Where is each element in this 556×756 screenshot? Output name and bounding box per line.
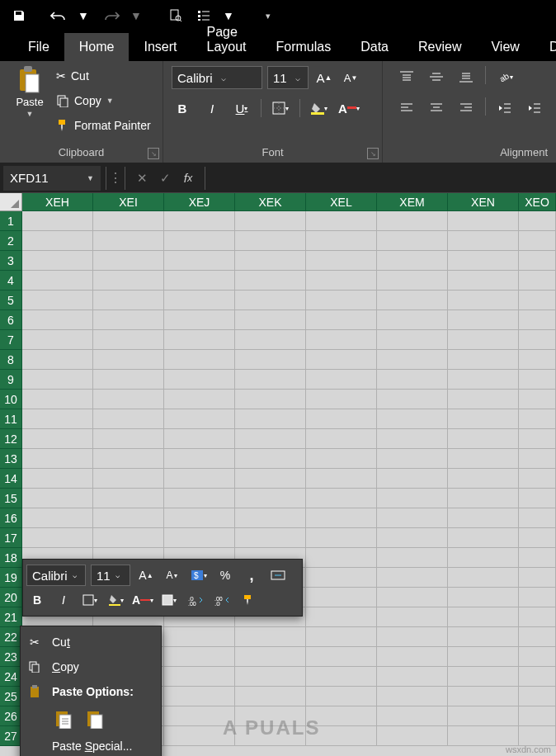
cell[interactable] bbox=[22, 330, 93, 350]
column-header[interactable]: XEN bbox=[448, 193, 519, 211]
align-top-icon[interactable] bbox=[396, 66, 417, 87]
cell[interactable] bbox=[306, 489, 377, 508]
cell[interactable] bbox=[93, 449, 164, 469]
cell[interactable] bbox=[448, 231, 519, 251]
cell[interactable] bbox=[164, 489, 235, 508]
cell[interactable] bbox=[22, 390, 93, 409]
cell[interactable] bbox=[93, 211, 164, 231]
cell[interactable] bbox=[448, 469, 519, 489]
cell[interactable] bbox=[519, 330, 556, 350]
tab-review[interactable]: Review bbox=[403, 33, 476, 61]
cell[interactable] bbox=[306, 667, 377, 687]
cell[interactable] bbox=[93, 271, 164, 291]
cell[interactable] bbox=[164, 251, 235, 271]
cell[interactable] bbox=[164, 409, 235, 429]
cell[interactable] bbox=[448, 251, 519, 271]
cell[interactable] bbox=[377, 449, 448, 469]
column-header[interactable]: XEL bbox=[306, 193, 377, 211]
select-all-corner[interactable] bbox=[0, 193, 22, 211]
cell[interactable] bbox=[519, 726, 556, 746]
row-header[interactable]: 20 bbox=[0, 588, 22, 607]
cell[interactable] bbox=[22, 231, 93, 251]
orientation-icon[interactable]: ab▾ bbox=[494, 66, 516, 87]
cell[interactable] bbox=[164, 687, 235, 706]
cell[interactable] bbox=[235, 271, 306, 291]
cell[interactable] bbox=[93, 251, 164, 271]
row-header[interactable]: 6 bbox=[0, 310, 22, 330]
row-header[interactable]: 24 bbox=[0, 667, 22, 687]
italic-button[interactable]: I bbox=[53, 589, 74, 611]
row-header[interactable]: 1 bbox=[0, 211, 22, 231]
cell[interactable] bbox=[93, 370, 164, 390]
borders-button[interactable]: ▾ bbox=[270, 97, 291, 119]
row-header[interactable]: 2 bbox=[0, 231, 22, 251]
row-header[interactable]: 12 bbox=[0, 429, 22, 449]
cell[interactable] bbox=[235, 687, 306, 706]
cell[interactable] bbox=[235, 310, 306, 330]
cell[interactable] bbox=[519, 251, 556, 271]
cell[interactable] bbox=[377, 568, 448, 588]
cell[interactable] bbox=[235, 627, 306, 647]
cell[interactable] bbox=[93, 350, 164, 370]
fill-color-button[interactable]: ▾ bbox=[106, 589, 127, 611]
cell[interactable] bbox=[448, 409, 519, 429]
cell[interactable] bbox=[235, 429, 306, 449]
copy-dropdown-icon[interactable]: ▼ bbox=[106, 97, 114, 105]
tab-file[interactable]: File bbox=[13, 33, 64, 61]
bold-button[interactable]: B bbox=[26, 589, 48, 611]
increase-decimal-icon[interactable]: .0.00 bbox=[185, 589, 206, 611]
cell[interactable] bbox=[377, 310, 448, 330]
fx-icon[interactable]: fx bbox=[177, 167, 200, 190]
save-icon[interactable] bbox=[7, 3, 31, 28]
row-header[interactable]: 27 bbox=[0, 726, 22, 746]
cell[interactable] bbox=[448, 429, 519, 449]
cell[interactable] bbox=[164, 350, 235, 370]
cell[interactable] bbox=[22, 291, 93, 310]
cell[interactable] bbox=[306, 469, 377, 489]
cell[interactable] bbox=[519, 627, 556, 647]
cell[interactable] bbox=[235, 528, 306, 548]
cell[interactable] bbox=[377, 390, 448, 409]
cell[interactable] bbox=[448, 627, 519, 647]
cell[interactable] bbox=[306, 211, 377, 231]
cell[interactable] bbox=[164, 429, 235, 449]
cell[interactable] bbox=[377, 330, 448, 350]
cell[interactable] bbox=[164, 647, 235, 667]
row-header[interactable]: 15 bbox=[0, 489, 22, 508]
cell[interactable] bbox=[448, 687, 519, 706]
increase-indent-icon[interactable] bbox=[524, 97, 545, 119]
cell[interactable] bbox=[519, 568, 556, 588]
cell[interactable] bbox=[377, 350, 448, 370]
cell[interactable] bbox=[235, 449, 306, 469]
cell[interactable] bbox=[306, 627, 377, 647]
column-header[interactable]: XEJ bbox=[164, 193, 235, 211]
cell[interactable] bbox=[519, 449, 556, 469]
cell[interactable] bbox=[22, 350, 93, 370]
cell[interactable] bbox=[448, 271, 519, 291]
paste-label[interactable]: Paste bbox=[16, 96, 43, 108]
font-launcher-icon[interactable]: ↘ bbox=[367, 148, 379, 159]
cell[interactable] bbox=[235, 291, 306, 310]
copy-button[interactable]: Copy ▼ bbox=[56, 91, 151, 111]
row-header[interactable]: 18 bbox=[0, 548, 22, 568]
cell[interactable] bbox=[448, 390, 519, 409]
cell[interactable] bbox=[22, 310, 93, 330]
paste-icon[interactable] bbox=[16, 66, 44, 94]
percent-icon[interactable]: % bbox=[214, 565, 236, 586]
cell[interactable] bbox=[235, 211, 306, 231]
cell[interactable] bbox=[164, 469, 235, 489]
menu-paste-special[interactable]: Paste Special... bbox=[21, 734, 161, 756]
cell[interactable] bbox=[377, 489, 448, 508]
row-header[interactable]: 19 bbox=[0, 568, 22, 588]
mini-font-name[interactable]: Calibri⌵ bbox=[26, 565, 86, 586]
paste-dropdown-icon[interactable]: ▼ bbox=[26, 110, 34, 118]
cell[interactable] bbox=[164, 330, 235, 350]
cell[interactable] bbox=[519, 588, 556, 607]
align-right-icon[interactable] bbox=[455, 97, 477, 119]
cell[interactable] bbox=[448, 568, 519, 588]
row-header[interactable]: 16 bbox=[0, 508, 22, 528]
cell[interactable] bbox=[448, 489, 519, 508]
redo-icon[interactable] bbox=[99, 3, 124, 28]
row-header[interactable]: 5 bbox=[0, 291, 22, 310]
cell[interactable] bbox=[22, 370, 93, 390]
